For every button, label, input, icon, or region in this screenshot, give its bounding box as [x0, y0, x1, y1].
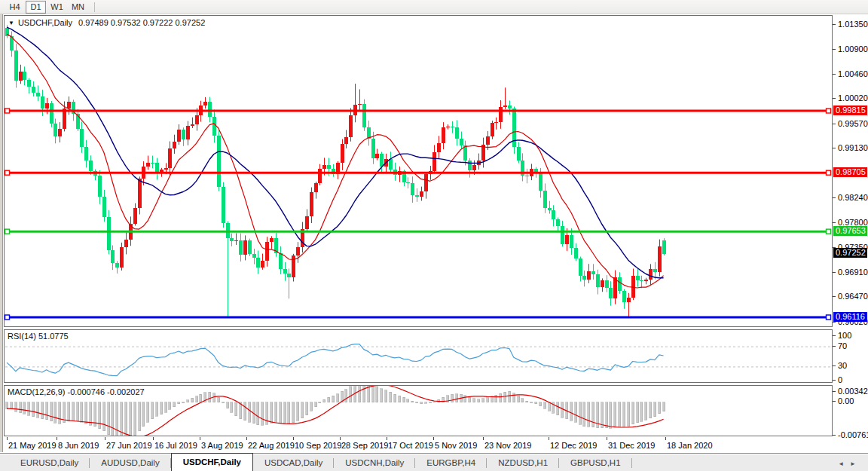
price-tick-label: 0.98240 — [838, 193, 868, 202]
tab-scroll-left-icon[interactable]: ◄ — [838, 460, 850, 467]
toolbar-button-d1[interactable]: D1 — [26, 1, 46, 14]
price-tick-label: 0.96470 — [838, 292, 868, 301]
price-tick-dash — [833, 197, 836, 198]
tab-scroll-right-icon[interactable]: ► — [850, 460, 862, 467]
price-badge-0.96116: 0.96116 — [833, 312, 867, 322]
rsi-axis-label: 70 — [838, 341, 847, 350]
toolbar-button-h4[interactable]: H4 — [5, 1, 25, 14]
price-tick-label: 1.01350 — [838, 20, 868, 29]
price-tick-dash — [833, 74, 836, 75]
tab-eurusd-daily[interactable]: EURUSD,Daily — [9, 455, 90, 471]
date-tick — [387, 437, 387, 440]
date-tick — [340, 437, 341, 440]
date-tick — [549, 437, 549, 440]
price-tick-dash — [833, 391, 836, 392]
date-tick-label: 5 Nov 2019 — [435, 441, 477, 450]
hline-handle[interactable] — [5, 109, 10, 113]
rsi-label: RSI(14) 51.0775 — [8, 332, 69, 341]
toolbar-separator — [94, 2, 95, 12]
date-tick-label: 3 Aug 2019 — [201, 441, 243, 450]
chart-title: ▼ USDCHF,Daily 0.97489 0.97532 0.97222 0… — [8, 18, 205, 27]
price-tick-dash — [833, 49, 836, 50]
timeframe-toolbar: H4D1W1MN — [0, 0, 868, 14]
rsi-panel[interactable]: RSI(14) 51.0775 — [4, 329, 833, 383]
price-tick-dash — [833, 365, 836, 366]
chart-ohlc-values: 0.97489 0.97532 0.97222 0.97252 — [78, 18, 205, 27]
price-tick-dash — [833, 148, 836, 148]
chart-symbol-label: USDCHF,Daily — [18, 18, 72, 27]
date-tick-label: 27 Jun 2019 — [106, 441, 152, 450]
date-tick — [483, 437, 484, 440]
price-axis[interactable]: 1.013501.009001.004601.000200.995700.991… — [833, 15, 868, 437]
date-tick — [665, 437, 666, 440]
price-tick-dash — [833, 222, 836, 223]
macd-panel[interactable]: MACD(12,26,9) -0.000746 -0.002027 — [4, 385, 833, 436]
date-tick-label: 8 Jun 2019 — [58, 441, 99, 450]
tab-usdcad-daily[interactable]: USDCAD,Daily — [253, 455, 334, 471]
price-tick-dash — [833, 296, 836, 297]
date-tick — [105, 437, 105, 440]
date-axis[interactable]: 21 May 20198 Jun 201927 Jun 201916 Jul 2… — [4, 437, 833, 452]
rsi-chart[interactable] — [5, 330, 832, 382]
tab-usdchf-daily[interactable]: USDCHF,Daily — [171, 453, 253, 471]
main-chart-panel[interactable]: ▼ USDCHF,Daily 0.97489 0.97532 0.97222 0… — [4, 15, 833, 327]
price-tick-dash — [833, 435, 836, 436]
date-tick-label: 17 Oct 2019 — [388, 441, 433, 450]
date-tick-label: 16 Jul 2019 — [154, 441, 197, 450]
tab-gbpusd-h1[interactable]: GBPUSD,H1 — [559, 455, 631, 471]
rsi-axis-label: 30 — [838, 361, 847, 370]
date-tick-label: 28 Sep 2019 — [341, 441, 388, 450]
date-tick — [607, 437, 607, 440]
tab-separator — [631, 458, 632, 468]
symbol-dropdown-icon[interactable]: ▼ — [8, 20, 14, 26]
date-tick-label: 21 May 2019 — [8, 441, 57, 450]
date-tick — [293, 437, 294, 440]
candlestick-chart[interactable] — [5, 16, 832, 326]
hline-handle[interactable] — [5, 170, 10, 175]
price-tick-dash — [833, 24, 836, 25]
toolbar-button-mn[interactable]: MN — [68, 1, 88, 14]
price-tick-dash — [833, 124, 836, 124]
macd-axis-label: 0.003428 — [838, 387, 868, 396]
chart-tab-bar: EURUSD,DailyAUDUSD,DailyUSDCHF,DailyUSDC… — [0, 453, 868, 471]
price-tick-dash — [833, 380, 836, 381]
tab-scroll-arrows: ◄► — [838, 460, 862, 467]
tab-eurgbp-h4[interactable]: EURGBP,H4 — [415, 455, 487, 471]
window-left-frame — [0, 14, 3, 452]
macd-label: MACD(12,26,9) -0.000746 -0.002027 — [8, 387, 145, 396]
price-badge-0.97252: 0.97252 — [833, 248, 867, 258]
macd-axis-label: 0.00 — [838, 396, 854, 405]
date-tick — [7, 437, 8, 440]
mt4-window: H4D1W1MN ▼ USDCHF,Daily 0.97489 0.97532 … — [0, 0, 868, 471]
hline-handle[interactable] — [827, 315, 831, 320]
price-badge-0.97653: 0.97653 — [833, 226, 867, 236]
price-tick-dash — [833, 272, 836, 273]
hline-handle[interactable] — [827, 170, 831, 175]
tab-usdcnh-daily[interactable]: USDCNH,Daily — [334, 455, 415, 471]
hline-handle[interactable] — [827, 109, 831, 113]
price-tick-label: 0.96910 — [838, 268, 868, 277]
date-tick — [246, 437, 247, 440]
hline-handle[interactable] — [827, 229, 831, 234]
price-tick-dash — [833, 322, 836, 323]
date-tick-label: 23 Nov 2019 — [484, 441, 531, 450]
price-tick-label: 0.99130 — [838, 143, 868, 152]
price-tick-dash — [833, 346, 836, 347]
price-badge-0.98705: 0.98705 — [833, 167, 867, 177]
tab-nzdusd-h1[interactable]: NZDUSD,H1 — [487, 455, 559, 471]
tab-audusd-daily[interactable]: AUDUSD,Daily — [90, 455, 170, 471]
price-tick-label: 1.00460 — [838, 69, 868, 78]
price-badge-0.99815: 0.99815 — [833, 106, 867, 115]
date-tick — [200, 437, 200, 440]
price-tick-dash — [833, 98, 836, 99]
macd-axis-label: -0.007615 — [838, 430, 868, 439]
price-tick-label: 1.00900 — [838, 44, 868, 54]
hline-handle[interactable] — [5, 315, 10, 320]
price-tick-label: 0.99570 — [838, 119, 868, 128]
rsi-axis-label: 100 — [838, 331, 851, 340]
toolbar-button-w1[interactable]: W1 — [47, 1, 67, 14]
date-tick — [57, 437, 57, 440]
hline-handle[interactable] — [5, 229, 10, 234]
date-tick-label: 12 Dec 2019 — [550, 441, 597, 450]
date-tick-label: 18 Jan 2020 — [667, 441, 713, 450]
